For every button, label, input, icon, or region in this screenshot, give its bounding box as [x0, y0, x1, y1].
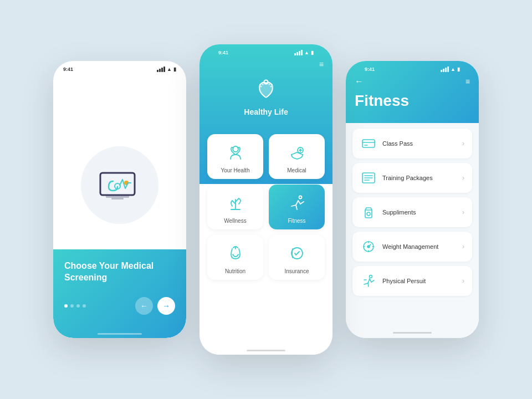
nav-row: ← →: [64, 297, 175, 315]
list-item-left-2: Training Packages: [360, 170, 433, 186]
grid-item-medical[interactable]: Medical: [269, 134, 325, 179]
training-label: Training Packages: [382, 175, 433, 181]
svg-point-6: [260, 86, 262, 88]
health-icon: [225, 142, 246, 163]
list-item-left-3: Suppliments: [360, 204, 416, 221]
wifi-icon-2: ▲: [304, 50, 309, 55]
list-item-left-5: Physical Persuit: [360, 273, 426, 289]
header-nav: ← ≡: [355, 74, 470, 92]
wifi-icon: ▲: [167, 66, 172, 72]
grid-item-wellness[interactable]: Wellness: [207, 185, 263, 229]
icon-circle: [81, 146, 158, 224]
status-bar-1: 9:41 ▲ ▮: [53, 61, 186, 74]
app-name: Healthy Life: [244, 108, 288, 116]
status-icons-1: ▲ ▮: [157, 66, 176, 72]
time-1: 9:41: [63, 66, 73, 72]
svg-point-8: [264, 83, 266, 84]
svg-point-20: [367, 245, 370, 248]
grid-item-insurance[interactable]: Insurance: [269, 235, 325, 280]
app-logo: Healthy Life: [208, 73, 324, 123]
phone2-header: 9:41 ▲ ▮ ≡: [200, 44, 332, 134]
list-item-left-1: Class Pass: [360, 135, 413, 152]
menu-button-2[interactable]: ≡: [208, 58, 324, 73]
status-icons-3: ▲ ▮: [441, 66, 460, 72]
home-indicator-3: [393, 332, 432, 334]
signal-icon-2: [294, 50, 303, 55]
time-3: 9:41: [365, 66, 375, 72]
battery-icon-2: ▮: [311, 50, 314, 55]
home-indicator-1: [98, 333, 142, 335]
menu-button-3[interactable]: ≡: [466, 77, 470, 86]
stethoscope-computer-icon: [92, 162, 147, 208]
time-2: 9:41: [218, 50, 228, 55]
wellness-icon: [225, 192, 246, 213]
phones-container: 9:41 ▲ ▮: [53, 44, 479, 355]
svg-rect-2: [111, 198, 124, 200]
insurance-icon: [287, 243, 308, 264]
next-button[interactable]: →: [157, 297, 175, 315]
category-grid: Your Health Medical: [207, 134, 325, 280]
status-bar-2: 9:41 ▲ ▮: [208, 44, 324, 58]
physical-label: Physical Persuit: [382, 278, 426, 284]
logo-icon: [252, 76, 280, 104]
list-item-supplements[interactable]: Suppliments ›: [352, 197, 472, 227]
svg-point-7: [262, 84, 264, 85]
svg-rect-1: [106, 195, 129, 198]
list-item-training[interactable]: Training Packages ›: [352, 163, 472, 193]
supplement-icon: [360, 204, 377, 221]
svg-point-14: [299, 196, 301, 199]
fitness-icon: [287, 192, 308, 213]
insurance-label: Insurance: [285, 268, 309, 274]
svg-point-10: [269, 84, 270, 85]
dot-4: [83, 304, 86, 308]
phone3-bottom: [346, 327, 479, 338]
grid-item-nutrition[interactable]: Nutrition: [207, 235, 263, 280]
medical-icon: [287, 142, 308, 163]
nutrition-icon: [225, 243, 246, 264]
chevron-4: ›: [462, 243, 464, 250]
list-item-weight[interactable]: Weight Management ›: [352, 232, 472, 262]
grid-item-health[interactable]: Your Health: [207, 134, 263, 179]
chevron-3: ›: [462, 208, 464, 216]
phone-medical-screening: 9:41 ▲ ▮: [53, 61, 186, 338]
status-bar-3: 9:41 ▲ ▮: [355, 61, 470, 74]
svg-point-11: [270, 86, 272, 88]
phone-healthy-life: 9:41 ▲ ▮ ≡: [200, 44, 332, 355]
svg-point-18: [367, 212, 370, 216]
svg-point-21: [370, 275, 372, 278]
status-icons-2: ▲ ▮: [294, 50, 314, 55]
fitness-label: Fitness: [288, 218, 305, 224]
run-icon: [360, 273, 377, 289]
list-item-left-4: Weight Management: [360, 238, 438, 255]
supplements-label: Suppliments: [382, 209, 416, 216]
phone-fitness: 9:41 ▲ ▮ ← ≡ Fitness: [346, 61, 479, 338]
list-item-physical[interactable]: Physical Persuit ›: [352, 266, 472, 296]
signal-icon: [157, 66, 165, 72]
class-pass-label: Class Pass: [382, 140, 413, 147]
weight-icon: [360, 238, 377, 255]
back-button[interactable]: ←: [355, 76, 364, 86]
signal-icon-3: [441, 66, 449, 72]
pagination-dots: [64, 304, 86, 308]
wifi-icon-3: ▲: [451, 66, 456, 72]
dot-3: [76, 304, 80, 308]
grid-section: Your Health Medical: [200, 134, 332, 344]
card-icon: [360, 135, 377, 152]
svg-point-12: [233, 146, 238, 152]
chevron-5: ›: [462, 277, 464, 285]
grid-item-fitness[interactable]: Fitness: [269, 185, 325, 229]
chevron-1: ›: [462, 140, 464, 147]
prev-button[interactable]: ←: [135, 297, 153, 315]
nutrition-label: Nutrition: [225, 268, 245, 274]
dot-1: [64, 304, 68, 308]
list-item-class-pass[interactable]: Class Pass ›: [352, 129, 472, 158]
training-icon: [360, 170, 377, 186]
nav-buttons: ← →: [135, 297, 175, 315]
chevron-2: ›: [462, 174, 464, 182]
cta-title: Choose Your Medical Screening: [64, 260, 175, 284]
svg-rect-16: [362, 140, 375, 147]
battery-icon-3: ▮: [457, 66, 460, 72]
page-title: Fitness: [355, 92, 470, 112]
health-label: Your Health: [221, 167, 250, 173]
dot-2: [70, 304, 74, 308]
